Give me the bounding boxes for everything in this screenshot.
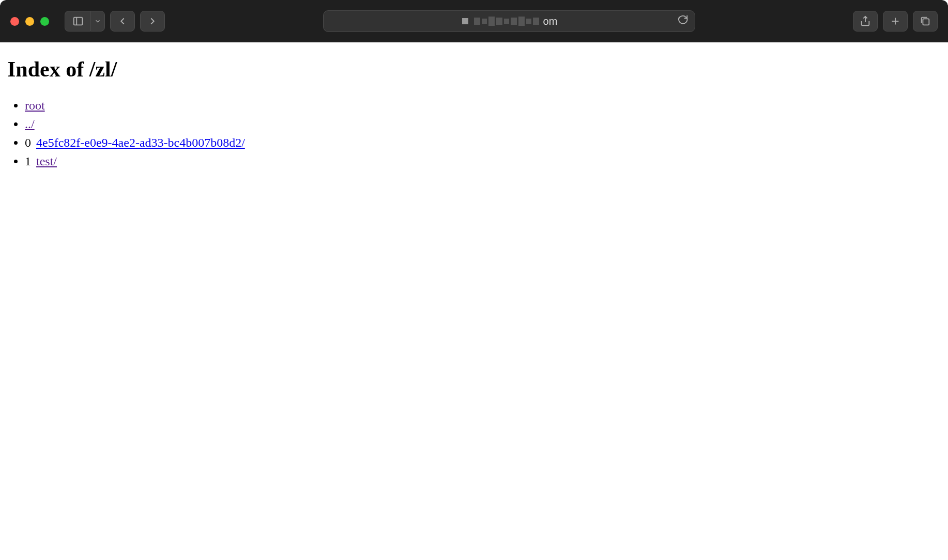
- share-icon: [860, 15, 871, 27]
- close-window-button[interactable]: [10, 17, 19, 26]
- chevron-down-icon: [94, 18, 101, 25]
- address-content: om: [330, 15, 689, 27]
- window-controls: [10, 17, 49, 26]
- list-item: 0 4e5fc82f-e0e9-4ae2-ad33-bc4b007b08d2/: [25, 133, 941, 152]
- link-parent-dir[interactable]: ../: [25, 117, 35, 131]
- list-item: ../: [25, 115, 941, 133]
- obscured-domain: [474, 17, 539, 26]
- forward-button[interactable]: [140, 11, 165, 32]
- directory-listing: root ../ 0 4e5fc82f-e0e9-4ae2-ad33-bc4b0…: [7, 96, 941, 170]
- page-content: Index of /zl/ root ../ 0 4e5fc82f-e0e9-4…: [0, 42, 948, 178]
- list-item: 1 test/: [25, 152, 941, 170]
- back-button[interactable]: [110, 11, 135, 32]
- share-button[interactable]: [853, 11, 878, 32]
- maximize-window-button[interactable]: [40, 17, 49, 26]
- browser-toolbar: om: [0, 0, 948, 42]
- svg-rect-0: [73, 18, 82, 25]
- right-toolbar: [853, 11, 938, 32]
- plus-icon: [890, 15, 901, 27]
- sidebar-toggle-button[interactable]: [65, 11, 90, 32]
- site-icon: [461, 17, 470, 26]
- svg-rect-5: [923, 19, 929, 25]
- tab-overview-button[interactable]: [913, 11, 938, 32]
- entry-index: 0: [25, 136, 31, 149]
- sidebar-icon: [72, 15, 84, 27]
- chevron-right-icon: [147, 15, 158, 27]
- reload-icon: [677, 14, 689, 26]
- entry-index: 1: [25, 154, 31, 168]
- list-item: root: [25, 96, 941, 115]
- address-suffix: om: [543, 15, 558, 27]
- new-tab-button[interactable]: [883, 11, 908, 32]
- tab-group-dropdown[interactable]: [90, 11, 105, 32]
- tabs-icon: [920, 15, 931, 27]
- address-bar[interactable]: om: [323, 10, 695, 32]
- link-uuid-dir[interactable]: 4e5fc82f-e0e9-4ae2-ad33-bc4b007b08d2/: [36, 136, 245, 149]
- link-root[interactable]: root: [25, 99, 45, 112]
- link-test-dir[interactable]: test/: [36, 154, 57, 168]
- chevron-left-icon: [117, 15, 128, 27]
- minimize-window-button[interactable]: [25, 17, 34, 26]
- reload-button[interactable]: [677, 14, 689, 28]
- page-title: Index of /zl/: [7, 57, 941, 82]
